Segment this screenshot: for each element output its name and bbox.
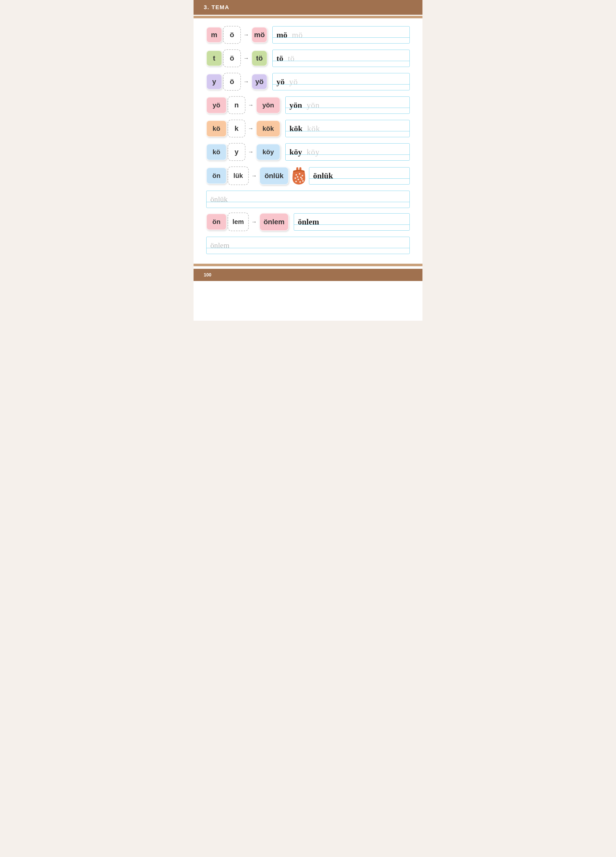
tile-o1-wrap: ö [223, 26, 241, 44]
tile-result-yon: yön [256, 97, 280, 113]
trace-box-onlem: önlem [206, 237, 410, 254]
arrow-to: → [243, 55, 249, 62]
write-box-to: tö tö [272, 50, 410, 67]
content: m ö → mö mö mö t ö → tö [193, 18, 423, 264]
svg-point-7 [301, 178, 303, 180]
tile-o3: ö [224, 74, 240, 90]
write-dotted-yo: yö [289, 77, 298, 87]
tiles-koy: kö y → köy [206, 143, 280, 161]
tile-result-yo: yö [252, 74, 267, 90]
write-box-mo: mö mö [272, 26, 410, 43]
tile-result-to: tö [252, 50, 267, 66]
tiles-onlem: ön lem → önlem [206, 212, 289, 231]
page-number: 100 [204, 272, 212, 278]
write-box-onluk: önlük [309, 167, 410, 184]
svg-point-3 [299, 173, 300, 175]
tile-result-onlem: önlem [259, 213, 289, 231]
page: 3. TEMA m ö → mö mö mö t ö [193, 0, 423, 321]
svg-point-2 [296, 174, 297, 176]
row-onlem: ön lem → önlem önlem [206, 212, 410, 231]
tile-result-onluk: önlük [259, 167, 289, 185]
tile-o2: ö [224, 50, 240, 66]
trace-text-onluk: önlük [210, 195, 228, 204]
row-yon: yö n → yön yön yön [206, 96, 410, 114]
tile-on2: ön [206, 213, 227, 230]
row-onluk: ön lük → önlük [206, 167, 410, 185]
footer-stripe [193, 264, 423, 266]
write-solid-yo: yö [276, 77, 285, 87]
write-dotted-to: tö [288, 54, 295, 63]
write-solid-kok: kök [289, 124, 303, 133]
tile-k-wrap: k [228, 120, 245, 138]
arrow-kok: → [248, 125, 253, 132]
write-onluk-text: önlük [313, 171, 333, 181]
row-yo: y ö → yö yö yö [206, 73, 410, 91]
write-box-yon: yön yön [286, 96, 410, 114]
write-solid-onlem: önlem [298, 217, 319, 227]
arrow-yo: → [243, 78, 249, 85]
tile-o3-wrap: ö [223, 73, 241, 91]
arrow-onlem: → [251, 219, 257, 225]
tile-on1: ön [206, 167, 227, 184]
tiles-yo: y ö → yö [206, 73, 267, 91]
header-stripe [193, 16, 423, 18]
write-solid-koy: köy [289, 147, 302, 157]
write-box-yo: yö yö [272, 73, 410, 90]
tiles-mo: m ö → mö [206, 26, 267, 44]
write-solid-to: tö [276, 54, 283, 63]
trace-box-onluk: önlük [206, 191, 410, 208]
tiles-onluk: ön lük → önlük [206, 167, 289, 185]
tile-yo: yö [206, 97, 227, 113]
page-title: 3. TEMA [204, 4, 229, 11]
arrow-onluk: → [251, 173, 257, 179]
svg-point-10 [295, 181, 297, 182]
apron-icon [291, 167, 306, 185]
svg-point-5 [295, 177, 296, 179]
tiles-kok: kö k → kök [206, 120, 280, 138]
svg-point-11 [300, 181, 301, 183]
tile-y2-wrap: y [228, 143, 245, 161]
svg-point-4 [302, 175, 303, 176]
write-dotted-mo: mö [292, 30, 303, 40]
tiles-yon: yö n → yön [206, 96, 280, 114]
header: 3. TEMA [193, 0, 423, 15]
tile-luk-wrap: lük [228, 167, 249, 185]
write-solid-mo: mö [276, 30, 287, 40]
tile-m: m [206, 27, 222, 43]
tile-n: n [228, 97, 244, 113]
svg-point-8 [297, 176, 298, 178]
row-to: t ö → tö tö tö [206, 50, 410, 67]
tile-y: y [206, 74, 222, 90]
arrow-koy: → [248, 149, 253, 155]
tile-ko2: kö [206, 144, 227, 160]
arrow-yon: → [248, 102, 253, 108]
footer: 100 [193, 269, 423, 281]
tile-result-koy: köy [256, 144, 280, 160]
write-dotted-koy: köy [307, 147, 320, 157]
write-box-koy: köy köy [286, 143, 410, 161]
write-box-onlem: önlem [294, 213, 410, 230]
tile-o2-wrap: ö [223, 50, 241, 67]
tile-o1: ö [224, 27, 240, 43]
trace-text-onlem: önlem [210, 241, 229, 250]
write-box-kok: kök kök [286, 120, 410, 137]
arrow-mo: → [243, 32, 249, 38]
tile-luk: lük [228, 167, 248, 184]
svg-point-12 [302, 180, 304, 182]
svg-point-6 [298, 179, 299, 180]
tile-t: t [206, 50, 222, 66]
write-dotted-yon: yön [307, 101, 320, 110]
tile-result-mo: mö [252, 27, 267, 43]
tile-y2: y [228, 144, 244, 160]
tile-ko: kö [206, 121, 227, 137]
write-dotted-kok: kök [307, 124, 320, 133]
tile-k: k [228, 121, 244, 136]
write-solid-yon: yön [289, 101, 302, 110]
svg-point-9 [300, 176, 302, 178]
tile-lem: lem [228, 213, 248, 230]
row-kok: kö k → kök kök kök [206, 120, 410, 138]
tile-result-kok: kök [256, 121, 280, 137]
tile-n-wrap: n [228, 96, 245, 114]
row-koy: kö y → köy köy köy [206, 143, 410, 161]
row-mo: m ö → mö mö mö [206, 26, 410, 44]
